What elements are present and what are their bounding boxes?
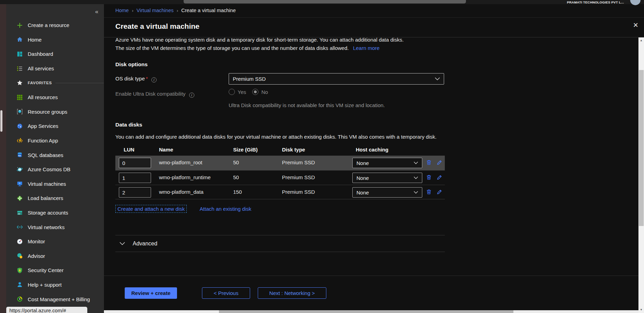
star-icon [16, 79, 23, 86]
sidebar-item-create-a-resource[interactable]: Create a resource [6, 18, 104, 33]
sidebar-item-cost-management-billing[interactable]: $ Cost Management + Billing [6, 292, 104, 306]
radio-no-circle-selected [252, 89, 258, 95]
grid-icon [16, 94, 23, 101]
os-disk-type-select[interactable]: Premium SSD [229, 73, 444, 85]
advanced-section-toggle[interactable]: Advanced [115, 235, 445, 252]
disk-type: Premium SSD [282, 159, 315, 165]
vertical-scrollbar-thumb[interactable] [639, 70, 644, 226]
previous-button[interactable]: < Previous [202, 287, 250, 299]
top-bar: PRAMATI TECHNOLOGIES PVT L... [0, 0, 644, 4]
chevron-down-icon [435, 77, 440, 80]
sidebar-item-home[interactable]: Home [6, 33, 104, 47]
host-caching-select[interactable]: None [352, 158, 422, 168]
breadcrumb-home[interactable]: Home [115, 8, 129, 13]
delete-disk-icon[interactable] [425, 159, 433, 167]
chevron-right-icon: › [132, 8, 133, 13]
table-header: LUN Name Size (GiB) Disk type Host cachi… [115, 145, 445, 156]
vertical-scrollbar[interactable]: ▲ ▼ [638, 37, 644, 313]
favorites-label: FAVORITES [28, 81, 52, 85]
sidebar-item-label: Load balancers [28, 195, 63, 201]
sidebar-item-help-support[interactable]: Help + support [6, 278, 104, 292]
close-icon[interactable]: ✕ [633, 21, 638, 29]
dashboard-icon [16, 51, 23, 58]
sidebar-item-label: Security Center [28, 267, 63, 273]
radio-no: No [252, 89, 268, 95]
delete-disk-icon[interactable] [425, 174, 433, 182]
cost-ring-icon: $ [16, 296, 23, 303]
sidebar-item-all-resources[interactable]: All resources [6, 90, 104, 105]
disk-size: 150 [233, 189, 242, 195]
sidebar-item-label: Cost Management + Billing [28, 296, 90, 302]
ultra-disk-radio-group: Yes No [229, 89, 268, 95]
sidebar-item-advisor[interactable]: Advisor [6, 249, 104, 263]
sidebar-item-all-services[interactable]: All services [6, 61, 104, 76]
learn-more-link[interactable]: Learn more [353, 45, 380, 51]
sidebar-item-azure-cosmos-db[interactable]: Azure Cosmos DB [6, 162, 104, 177]
scroll-up-icon[interactable]: ▲ [638, 38, 644, 43]
main-panel: Home › Virtual machines › Create a virtu… [104, 4, 644, 313]
col-lun: LUN [124, 147, 134, 153]
sidebar-item-monitor[interactable]: Monitor [6, 234, 104, 249]
chevron-down-icon [120, 242, 125, 245]
review-create-button[interactable]: Review + create [125, 287, 177, 299]
wizard-footer: Review + create < Previous Next : Networ… [104, 276, 638, 310]
data-disks-table: LUN Name Size (GiB) Disk type Host cachi… [115, 145, 445, 199]
sidebar-item-label: Help + support [28, 282, 62, 288]
sidebar-item-load-balancers[interactable]: Load balancers [6, 191, 104, 206]
host-caching-select[interactable]: None [352, 187, 422, 198]
global-search-input[interactable] [184, 0, 466, 3]
plus-icon [16, 22, 23, 29]
sidebar-collapse-icon[interactable]: « [95, 8, 98, 15]
sidebar-item-virtual-networks[interactable]: Virtual networks [6, 220, 104, 234]
sidebar-item-label: Resource groups [28, 109, 67, 115]
sidebar-item-virtual-machines[interactable]: Virtual machines [6, 177, 104, 191]
sidebar-item-label: All services [28, 66, 54, 71]
table-row: wmo-platform_runtime 50 Premium SSD None [115, 170, 445, 185]
edit-disk-icon[interactable] [436, 174, 443, 182]
lightning-icon [16, 137, 23, 144]
radio-yes: Yes [229, 89, 246, 95]
sidebar-nav: Create a resource Home Dashboard All ser… [6, 18, 104, 306]
edit-disk-icon[interactable] [436, 159, 443, 167]
sidebar-item-storage-accounts[interactable]: Storage accounts [6, 206, 104, 220]
horizontal-scrollbar[interactable] [104, 310, 638, 313]
ultra-disk-row: Enable Ultra Disk compatibilityi Yes No [115, 88, 638, 97]
host-caching-select[interactable]: None [352, 173, 422, 183]
os-disk-type-label: OS disk type*i [115, 76, 157, 82]
sidebar: « Create a resource Home Dashboard All s… [6, 4, 104, 313]
azure-portal-window: PRAMATI TECHNOLOGIES PVT L... « Create a… [0, 0, 644, 313]
edit-disk-icon[interactable] [436, 189, 443, 196]
sidebar-item-resource-groups[interactable]: Resource groups [6, 105, 104, 119]
scroll-down-icon[interactable]: ▼ [638, 307, 644, 312]
breadcrumb-current: Create a virtual machine [181, 8, 236, 13]
sidebar-item-label: Create a resource [28, 22, 69, 28]
sidebar-item-security-center[interactable]: Security Center [6, 263, 104, 278]
col-disk-type: Disk type [282, 147, 305, 153]
sidebar-item-label: SQL databases [28, 152, 63, 158]
lun-input[interactable] [119, 187, 151, 198]
next-networking-button[interactable]: Next : Networking > [258, 287, 326, 299]
sidebar-item-app-services[interactable]: App Services [6, 119, 104, 133]
breadcrumb-virtual-machines[interactable]: Virtual machines [136, 8, 174, 13]
info-icon[interactable]: i [189, 93, 194, 98]
page-title: Create a virtual machine [115, 22, 200, 31]
lun-input[interactable] [119, 173, 151, 183]
network-brackets-icon [16, 224, 23, 231]
gauge-icon [16, 238, 23, 245]
delete-disk-icon[interactable] [425, 189, 433, 196]
lun-input[interactable] [119, 158, 151, 168]
create-attach-disk-link[interactable]: Create and attach a new disk [115, 205, 187, 213]
disk-type: Premium SSD [282, 189, 315, 195]
horizontal-scrollbar-thumb[interactable] [219, 310, 513, 313]
sidebar-item-function-app[interactable]: Function App [6, 133, 104, 148]
attach-existing-disk-link[interactable]: Attach an existing disk [200, 206, 251, 212]
sidebar-item-sql-databases[interactable]: SQL SQL databases [6, 148, 104, 162]
intro-line2-text: The size of the VM determines the type o… [115, 45, 349, 51]
list-icon [16, 65, 23, 72]
home-icon [16, 36, 23, 43]
sidebar-item-label: Home [28, 37, 42, 43]
info-icon[interactable]: i [151, 77, 157, 82]
sidebar-item-dashboard[interactable]: Dashboard [6, 47, 104, 61]
disk-name: wmo-platform_runtime [159, 174, 211, 180]
required-asterisk: * [146, 76, 148, 81]
